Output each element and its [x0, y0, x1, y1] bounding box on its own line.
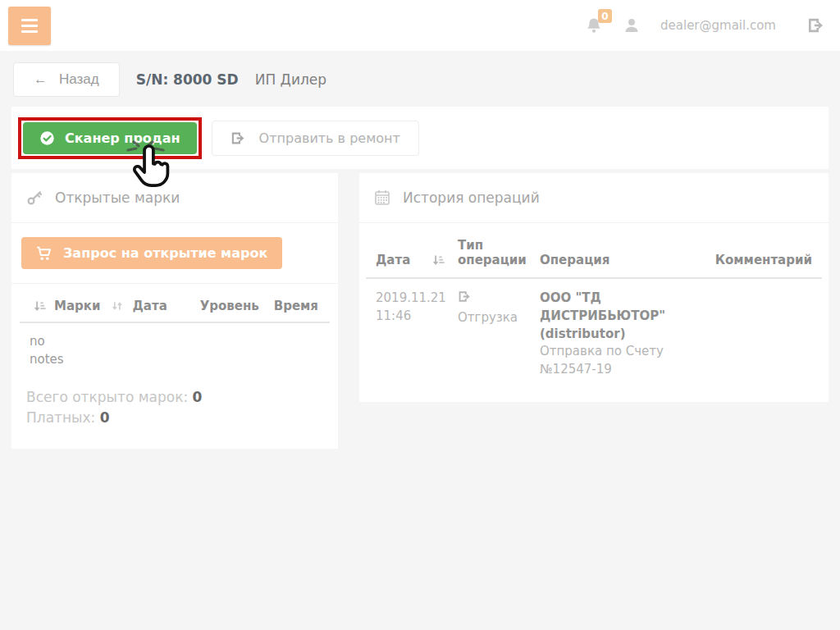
history-row-date: 2019.11.21 11:46: [376, 290, 458, 379]
calendar-icon: [374, 189, 390, 206]
send-to-repair-label: Отправить в ремонт: [259, 130, 400, 146]
total-opened-row: Всего открыто марок: 0: [26, 387, 323, 409]
history-panel: История операций Дата Тип операции Опера…: [359, 173, 829, 402]
user-cluster: 0 dealer@gmail.com: [585, 16, 825, 34]
logout-icon[interactable]: [807, 16, 825, 34]
sort-icon[interactable]: [111, 299, 124, 313]
history-header: История операций: [359, 173, 829, 223]
history-row: 2019.11.21 11:46 Отгрузка ООО "ТД ДИСТРИ…: [359, 279, 829, 402]
history-col-operation[interactable]: Операция: [540, 253, 710, 267]
scanner-sold-button[interactable]: Сканер продан: [23, 122, 197, 154]
top-bar: 0 dealer@gmail.com: [0, 0, 840, 51]
back-button-label: Назад: [59, 71, 99, 88]
content-columns: Открытые марки Запрос на открытие марок: [11, 173, 829, 449]
back-button[interactable]: ← Назад: [13, 62, 120, 97]
shipment-out-icon: [458, 290, 472, 304]
stamps-table-header: Марки Дата Уровень Время: [20, 284, 330, 322]
total-opened-label: Всего открыто марок:: [26, 389, 188, 405]
open-stamps-panel: Открытые марки Запрос на открытие марок: [11, 173, 338, 449]
notification-count-badge: 0: [598, 9, 612, 23]
scanner-sold-label: Сканер продан: [65, 130, 180, 146]
history-col-type[interactable]: Тип операции: [458, 238, 532, 267]
user-email[interactable]: dealer@gmail.com: [660, 18, 776, 33]
open-stamps-title: Открытые марки: [55, 189, 180, 206]
history-type-label: Отгрузка: [458, 309, 540, 327]
request-open-stamps-button[interactable]: Запрос на открытие марок: [21, 237, 282, 269]
stamps-empty-state: no notes: [11, 323, 338, 372]
history-title: История операций: [403, 189, 540, 206]
history-col-date[interactable]: Дата: [376, 253, 410, 267]
history-col-comment[interactable]: Комментарий: [715, 253, 812, 267]
paid-value: 0: [100, 409, 110, 426]
actions-toolbar: Сканер продан Отправить в ремонт: [11, 107, 829, 169]
stamps-empty-line1: no: [30, 333, 320, 351]
operation-note: Отправка по Счету №12547-19: [540, 343, 710, 379]
stamps-totals: Всего открыто марок: 0 Платных: 0: [11, 372, 338, 449]
history-col-date-cell: Дата: [376, 253, 458, 267]
stamps-col-stamps[interactable]: Марки: [54, 299, 100, 313]
notifications-button[interactable]: 0: [585, 16, 603, 34]
serial-number: S/N: 8000 SD: [136, 71, 239, 88]
total-opened-value: 0: [193, 389, 203, 405]
paid-label: Платных:: [26, 409, 95, 426]
stamps-empty-line2: notes: [30, 351, 320, 369]
client-name: ИП Дилер: [255, 71, 326, 88]
operation-subtitle: (distributor): [540, 326, 710, 344]
sort-amount-icon[interactable]: [431, 253, 445, 267]
stamps-table-header-wrap: Марки Дата Уровень Время: [20, 284, 330, 323]
key-icon: [26, 189, 43, 206]
request-open-stamps-label: Запрос на открытие марок: [63, 245, 267, 261]
back-arrow-icon: ←: [34, 71, 48, 88]
breadcrumb: ← Назад S/N: 8000 SD ИП Дилер: [0, 51, 840, 107]
history-row-operation: ООО "ТД ДИСТРИБЬЮТОР" (distributor) Отпр…: [540, 290, 710, 379]
history-date: 2019.11.21: [376, 290, 458, 308]
history-time: 11:46: [376, 308, 458, 326]
check-circle-icon: [39, 130, 55, 146]
cart-icon: [36, 246, 52, 261]
history-table-header: Дата Тип операции Операция Комментарий: [359, 223, 829, 277]
send-to-repair-button[interactable]: Отправить в ремонт: [212, 121, 419, 156]
operation-title: ООО "ТД ДИСТРИБЬЮТОР": [540, 290, 710, 326]
hamburger-icon: [21, 19, 38, 33]
paid-row: Платных: 0: [26, 408, 323, 429]
request-section: Запрос на открытие марок: [11, 223, 338, 284]
hamburger-menu-button[interactable]: [8, 7, 51, 45]
stamps-col-level[interactable]: Уровень: [200, 299, 259, 313]
user-icon: [623, 16, 641, 34]
sort-amount-icon[interactable]: [33, 299, 47, 313]
highlight-rectangle: Сканер продан: [18, 117, 202, 159]
history-row-type: Отгрузка: [458, 290, 540, 379]
history-row-comment: [710, 290, 812, 379]
open-stamps-header: Открытые марки: [11, 173, 338, 223]
send-out-icon: [231, 130, 246, 146]
stamps-col-date[interactable]: Дата: [132, 299, 167, 313]
stamps-col-time[interactable]: Время: [274, 299, 318, 313]
